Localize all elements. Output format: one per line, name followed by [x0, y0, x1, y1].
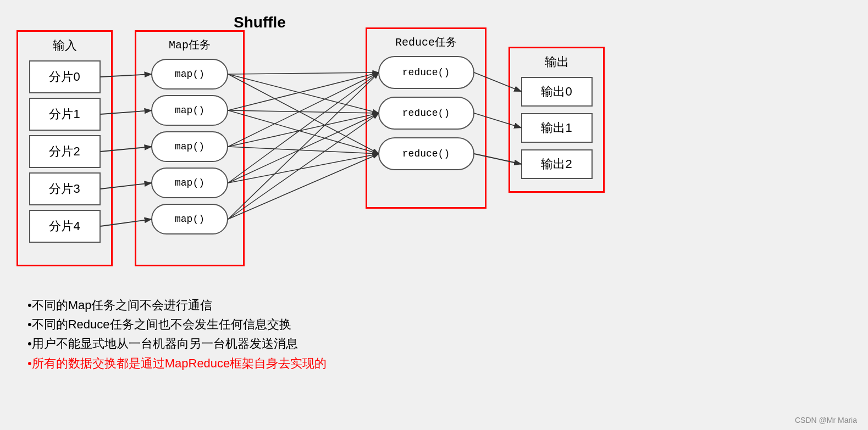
diagram-area: 输入 分片0 分片1 分片2 分片3 分片4 Map任务 map() map()… [16, 11, 852, 286]
shuffle-label: Shuffle [234, 14, 286, 31]
svg-line-18 [228, 72, 379, 219]
input-item-1: 分片1 [29, 98, 101, 131]
svg-line-20 [228, 154, 379, 219]
output-column: 输出 输出0 输出1 输出2 [508, 47, 605, 193]
map-item-0: map() [151, 59, 228, 90]
output-item-0: 输出0 [521, 77, 593, 107]
note-line-2: •用户不能显式地从一台机器向另一台机器发送消息 [27, 334, 852, 353]
input-item-2: 分片2 [29, 135, 101, 168]
input-column: 输入 分片0 分片1 分片2 分片3 分片4 [16, 30, 113, 266]
reduce-item-0: reduce() [378, 56, 474, 89]
map-item-1: map() [151, 95, 228, 126]
svg-line-11 [228, 110, 379, 154]
note-line-0: •不同的Map任务之间不会进行通信 [27, 295, 852, 315]
svg-line-16 [228, 113, 379, 183]
svg-line-17 [228, 154, 379, 183]
svg-line-14 [228, 147, 379, 154]
input-item-3: 分片3 [29, 172, 101, 205]
note-line-1: •不同的Reduce任务之间也不会发生任何信息交换 [27, 315, 852, 334]
map-title: Map任务 [169, 37, 211, 52]
main-container: 输入 分片0 分片1 分片2 分片3 分片4 Map任务 map() map()… [0, 0, 868, 430]
svg-line-9 [228, 72, 379, 110]
map-item-2: map() [151, 131, 228, 162]
svg-line-15 [228, 72, 379, 183]
svg-line-12 [228, 72, 379, 147]
svg-line-13 [228, 113, 379, 147]
output-item-1: 输出1 [521, 113, 593, 143]
svg-line-7 [228, 74, 379, 113]
input-item-4: 分片4 [29, 210, 101, 243]
output-title: 输出 [545, 54, 569, 70]
svg-line-19 [228, 113, 379, 219]
reduce-title: Reduce任务 [395, 35, 457, 49]
svg-line-8 [228, 74, 379, 154]
map-column: Map任务 map() map() map() map() map() [135, 30, 245, 266]
svg-line-6 [228, 72, 379, 74]
map-item-3: map() [151, 167, 228, 198]
reduce-item-1: reduce() [378, 97, 474, 130]
input-title: 输入 [53, 37, 77, 54]
reduce-item-2: reduce() [378, 137, 474, 170]
input-item-0: 分片0 [29, 60, 101, 93]
notes-section: •不同的Map任务之间不会进行通信 •不同的Reduce任务之间也不会发生任何信… [16, 295, 852, 373]
output-item-2: 输出2 [521, 149, 593, 179]
watermark: CSDN @Mr Maria [795, 416, 857, 425]
map-item-4: map() [151, 204, 228, 234]
note-line-3: •所有的数据交换都是通过MapReduce框架自身去实现的 [27, 354, 852, 373]
svg-line-10 [228, 110, 379, 113]
reduce-column: Reduce任务 reduce() reduce() reduce() [366, 27, 486, 209]
